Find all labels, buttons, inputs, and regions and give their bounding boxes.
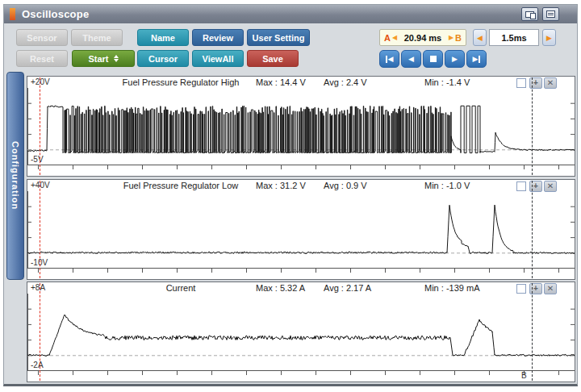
channel-avg-readout: Avg : 0.9 V — [324, 181, 367, 190]
sensor-button[interactable]: Sensor — [16, 29, 68, 46]
cursor-a-label: A — [384, 33, 391, 43]
title-bar: Oscilloscope — [4, 5, 577, 23]
channel-close-button[interactable]: ✕ — [544, 283, 557, 294]
left-arrow-icon: ◀ — [477, 34, 483, 42]
ab-cursor-readout: A ◀ 20.94 ms ▶ B — [379, 29, 466, 46]
channel-name: Fuel Pressure Regulator Low — [123, 181, 238, 190]
channel-avg-readout: Avg : 2.17 A — [324, 283, 371, 293]
time-axis — [27, 371, 575, 382]
viewall-button[interactable]: ViewAll — [192, 50, 244, 67]
theme-button[interactable]: Theme — [71, 29, 123, 46]
cursor-b-line[interactable] — [532, 283, 533, 381]
play-icon: ▶ — [452, 56, 458, 63]
skip-to-end-icon: ▶ — [473, 56, 479, 63]
channel-name: Fuel Pressure Regulator High — [123, 77, 240, 87]
timebase-increase-button[interactable]: ▶ — [542, 29, 556, 46]
channel-3-panel: +8A -2A Current Max : 5.32 A Avg : 2.17 … — [27, 281, 575, 382]
ab-time-value: 20.94 ms — [399, 33, 447, 43]
channel-select-checkbox[interactable] — [516, 78, 526, 88]
start-button[interactable]: Start — [72, 50, 135, 67]
screen-capture-button[interactable] — [521, 7, 538, 21]
cursor-a-line[interactable] — [40, 77, 40, 175]
window-title: Oscilloscope — [22, 8, 89, 20]
cursor-b-line[interactable] — [532, 77, 533, 175]
cursor-b-label: B — [455, 33, 462, 43]
timebase-value[interactable]: 1.5ms — [489, 29, 539, 46]
configuration-tab-label: Configuration — [10, 141, 20, 210]
play-button[interactable]: ▶ — [445, 50, 465, 68]
app-logo-icon — [10, 8, 15, 20]
right-arrow-icon: ▶ — [546, 34, 552, 42]
review-button[interactable]: Review — [192, 29, 244, 46]
time-axis — [27, 269, 575, 279]
step-back-icon: ◀ — [408, 56, 414, 63]
channel-select-checkbox[interactable] — [516, 181, 526, 191]
configuration-tab[interactable]: Configuration — [6, 72, 24, 280]
screen-capture-icon — [525, 11, 534, 18]
channel-max-readout: Max : 31.2 V — [256, 181, 306, 190]
cursor-a-arrow-icon: ◀ — [392, 34, 397, 41]
cursor-b-line[interactable] — [532, 181, 533, 278]
channel-close-button[interactable]: ✕ — [544, 77, 557, 89]
channel-min-readout: Min : -139 mA — [424, 283, 479, 293]
channel-close-button[interactable]: ✕ — [544, 181, 557, 192]
start-button-label: Start — [88, 54, 108, 64]
cursor-b-arrow-icon: ▶ — [449, 34, 454, 41]
print-icon — [546, 10, 555, 18]
cursor-b-bottom-label: B — [521, 371, 527, 380]
channel-min-readout: Min : -1.4 V — [424, 77, 470, 87]
cursor-a-line[interactable] — [40, 283, 40, 381]
app-window: Oscilloscope Sensor Theme Name Review Us… — [3, 4, 578, 386]
time-axis-ticks — [27, 269, 575, 273]
user-setting-button[interactable]: User Setting — [247, 29, 310, 46]
waveform-plot[interactable] — [27, 294, 575, 371]
print-button[interactable] — [542, 7, 559, 21]
time-axis-ticks — [27, 371, 575, 375]
skip-to-start-icon — [386, 56, 387, 63]
time-axis — [27, 165, 575, 176]
reset-button[interactable]: Reset — [16, 50, 68, 67]
skip-to-end-button[interactable]: ▶ — [466, 50, 487, 68]
channel-max-readout: Max : 14.4 V — [256, 77, 306, 87]
skip-to-start-button[interactable]: ◀ — [379, 50, 399, 68]
channel-top-scale-label: +8A — [31, 283, 45, 292]
step-back-button[interactable]: ◀ — [401, 50, 421, 68]
save-button[interactable]: Save — [247, 50, 299, 67]
cursor-a-line[interactable] — [40, 181, 40, 278]
channel-1-panel: +20V -5V Fuel Pressure Regulator High Ma… — [27, 76, 575, 177]
channel-avg-readout: Avg : 2.4 V — [324, 77, 367, 87]
oscilloscope-app: Oscilloscope Sensor Theme Name Review Us… — [0, 0, 581, 392]
stop-icon — [430, 56, 437, 62]
waveform-plot[interactable] — [27, 191, 575, 269]
channel-name: Current — [166, 283, 196, 293]
cursor-button[interactable]: Cursor — [137, 50, 189, 67]
start-spinner-icon[interactable] — [114, 52, 119, 65]
channel-2-panel: +40V -10V Fuel Pressure Regulator Low Ma… — [27, 179, 575, 280]
timebase-decrease-button[interactable]: ◀ — [473, 29, 487, 46]
stop-button[interactable] — [423, 50, 443, 68]
time-axis-ticks — [27, 165, 575, 169]
name-button[interactable]: Name — [137, 29, 189, 46]
channel-min-readout: Min : -1.0 V — [424, 181, 470, 190]
channel-max-readout: Max : 5.32 A — [256, 283, 305, 293]
channel-select-checkbox[interactable] — [516, 284, 526, 294]
waveform-plot[interactable] — [27, 88, 575, 165]
